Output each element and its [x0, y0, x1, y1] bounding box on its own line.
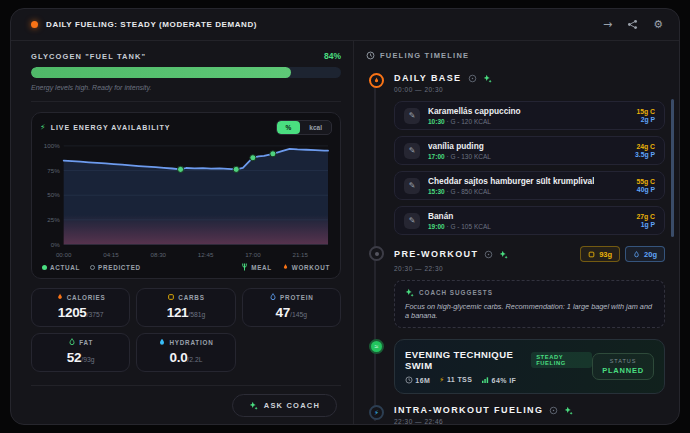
- macro-stats-grid: CALORIES 1205/3757 CARBS 121/581g PROTEI…: [31, 288, 341, 372]
- intra-workout-time: 22:30 — 22:46: [394, 418, 665, 425]
- clock-icon: [405, 376, 413, 384]
- pre-workout-time: 20:30 — 22:30: [394, 265, 665, 272]
- energy-availability-chart: 0%25%50%75%100%00:0004:1508:3012:4517:00…: [40, 139, 332, 261]
- meal-row[interactable]: ✎ vanília puding 17:00 · G - 130 KCAL 24…: [394, 136, 665, 165]
- stat-card-hydration: HYDRATION 0.0/2.2L: [136, 333, 235, 372]
- section-daily-base: DAILY BASE 00:00 — 20:30 ✎ Karamellás ca…: [368, 73, 665, 235]
- topbar-actions: → ⚙: [603, 19, 663, 30]
- energy-chart-card: ⚡ LIVE ENERGY AVAILABILITY % kcal 0%25%5…: [31, 112, 341, 279]
- daily-base-time: 00:00 — 20:30: [394, 86, 665, 93]
- pencil-icon: ✎: [404, 143, 420, 159]
- svg-text:25%: 25%: [47, 216, 60, 223]
- protein-target-badge: 20g: [625, 246, 665, 262]
- meal-row[interactable]: ✎ Karamellás cappuccino 10:30 · G - 120 …: [394, 101, 665, 130]
- divider: [31, 101, 341, 102]
- section-workout: ≈ EVENING TECHNIQUE SWIM STEADY FUELING …: [368, 339, 665, 394]
- protein-value: 47: [276, 305, 290, 320]
- settings-gear-icon[interactable]: ⚙: [653, 19, 663, 30]
- carbs-value: 121: [167, 305, 189, 320]
- info-icon[interactable]: [468, 74, 477, 83]
- workout-filter-chip[interactable]: WORKOUT: [282, 263, 330, 271]
- svg-text:08:30: 08:30: [151, 251, 167, 258]
- clock-icon: [366, 51, 375, 60]
- coach-suggestion-text: Focus on high-glycemic carbs. Recommenda…: [405, 302, 654, 320]
- daily-base-title: DAILY BASE: [394, 73, 462, 83]
- arrow-right-icon[interactable]: →: [603, 19, 612, 30]
- left-panel: GLYCOGEN "FUEL TANK" 84% Energy levels h…: [11, 41, 353, 425]
- toggle-kcal-button[interactable]: kcal: [300, 121, 331, 134]
- legend-actual: ACTUAL: [42, 264, 80, 271]
- status-badge: PLANNED: [602, 366, 644, 375]
- svg-text:12:45: 12:45: [198, 251, 214, 258]
- fat-value: 52: [67, 350, 81, 365]
- steady-fueling-badge: STEADY FUELING: [531, 352, 592, 368]
- topbar: DAILY FUELING: STEADY (MODERATE DEMAND) …: [11, 9, 679, 41]
- left-footer: ASK COACH: [31, 385, 341, 417]
- hydration-value: 0.0: [169, 350, 187, 365]
- info-icon[interactable]: [484, 250, 493, 259]
- workout-card[interactable]: EVENING TECHNIQUE SWIM STEADY FUELING 16…: [394, 339, 665, 394]
- meal-row[interactable]: ✎ Banán 19:00 · G - 105 KCAL 27g C1g P: [394, 206, 665, 235]
- timeline: DAILY BASE 00:00 — 20:30 ✎ Karamellás ca…: [366, 73, 665, 425]
- scrollbar-thumb[interactable]: [671, 99, 674, 237]
- carb-target-badge: 93g: [580, 246, 620, 262]
- glycogen-progress-fill: [31, 67, 291, 78]
- swim-node-icon: ≈: [369, 339, 384, 354]
- predicted-dot-icon: [90, 265, 95, 270]
- chart-title: LIVE ENERGY AVAILABILITY: [51, 124, 171, 131]
- glycogen-percent: 84%: [324, 51, 341, 61]
- info-icon[interactable]: [549, 406, 558, 415]
- sparkle-icon[interactable]: [564, 406, 573, 415]
- calories-value: 1205: [58, 305, 87, 320]
- app-window: DAILY FUELING: STEADY (MODERATE DEMAND) …: [10, 8, 680, 425]
- stat-card-calories: CALORIES 1205/3757: [31, 288, 130, 327]
- toggle-percent-button[interactable]: %: [277, 121, 301, 134]
- sparkle-icon: [249, 401, 258, 410]
- carb-square-icon: [167, 293, 175, 301]
- svg-text:0%: 0%: [51, 241, 60, 248]
- pencil-icon: ✎: [404, 178, 420, 194]
- unit-toggle: % kcal: [276, 120, 332, 135]
- flame-icon: [373, 77, 380, 84]
- flame-icon: [282, 263, 289, 271]
- sparkle-icon: [405, 288, 414, 297]
- meal-row[interactable]: ✎ Cheddar sajtos hamburger sült krumpliv…: [394, 171, 665, 200]
- drop-icon: [158, 338, 166, 346]
- sparkle-icon[interactable]: [499, 250, 508, 259]
- pencil-icon: ✎: [404, 108, 420, 124]
- flame-icon: [56, 293, 64, 301]
- svg-text:00:00: 00:00: [56, 251, 72, 258]
- page-title: DAILY FUELING: STEADY (MODERATE DEMAND): [46, 20, 257, 29]
- fork-icon: [241, 263, 248, 271]
- glycogen-label: GLYCOGEN "FUEL TANK": [31, 52, 146, 61]
- timeline-header: FUELING TIMELINE: [366, 51, 665, 60]
- pre-workout-node-icon: [369, 246, 384, 261]
- fueling-timeline-panel: FUELING TIMELINE DAILY BASE 00:00 — 20:3…: [353, 41, 679, 425]
- status-dot: [31, 21, 38, 28]
- section-intra-workout: ⚡ INTRA-WORKOUT FUELING 22:30 — 22:46: [368, 405, 665, 425]
- drop-icon: [633, 251, 640, 258]
- bolt-icon: ⚡: [40, 123, 46, 132]
- section-pre-workout: PRE-WORKOUT 93g 20g: [368, 246, 665, 328]
- sparkle-icon[interactable]: [483, 74, 492, 83]
- ask-coach-button[interactable]: ASK COACH: [232, 394, 337, 417]
- pre-workout-title: PRE-WORKOUT: [394, 249, 478, 259]
- stat-card-fat: FAT 52/93g: [31, 333, 130, 372]
- meal-list: ✎ Karamellás cappuccino 10:30 · G - 120 …: [394, 101, 665, 235]
- coach-suggests-box: COACH SUGGESTS Focus on high-glycemic ca…: [394, 280, 665, 328]
- share-icon[interactable]: [627, 19, 638, 30]
- svg-text:04:15: 04:15: [103, 251, 119, 258]
- svg-text:21:15: 21:15: [292, 251, 308, 258]
- glycogen-progress-bar: [31, 67, 341, 78]
- svg-text:17:00: 17:00: [245, 251, 261, 258]
- pencil-icon: ✎: [404, 213, 420, 229]
- svg-text:100%: 100%: [44, 142, 60, 149]
- workout-meta: 16M ⚡ 11 TSS 64% IF: [405, 376, 592, 384]
- stat-card-protein: PROTEIN 47/145g: [242, 288, 341, 327]
- svg-text:50%: 50%: [47, 191, 60, 198]
- intra-workout-title: INTRA-WORKOUT FUELING: [394, 405, 543, 415]
- drop-icon: [269, 293, 277, 301]
- meal-filter-chip[interactable]: MEAL: [241, 263, 272, 271]
- svg-text:75%: 75%: [47, 167, 60, 174]
- carb-square-icon: [588, 251, 595, 258]
